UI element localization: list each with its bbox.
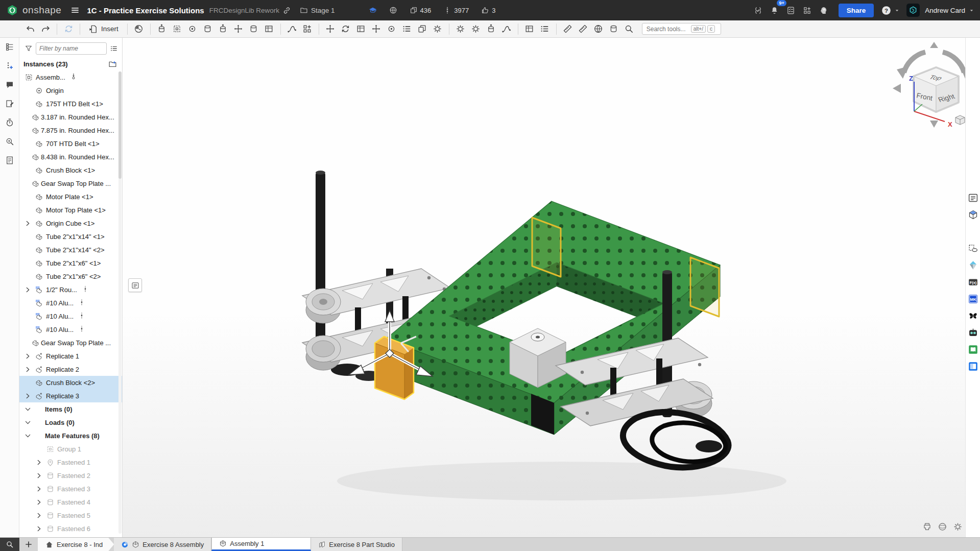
rotate-left-arrow[interactable] — [904, 52, 925, 73]
tree-row[interactable]: 1/2" Rou... — [19, 283, 122, 296]
tree-row[interactable]: Replicate 2 — [19, 363, 122, 376]
ai-assistant-button[interactable] — [816, 3, 831, 17]
search-document-button[interactable] — [3, 135, 16, 148]
appearance-button[interactable] — [430, 22, 445, 36]
tree-row[interactable]: #10 Alu... — [19, 296, 122, 309]
tree-row[interactable]: Motor Top Plate <1> — [19, 203, 122, 217]
explode-button[interactable] — [369, 22, 384, 36]
search-tools-input[interactable] — [647, 26, 689, 33]
panel-scrollbar-thumb[interactable] — [118, 71, 122, 179]
pattern-button[interactable] — [300, 22, 315, 36]
extension-green-book-button[interactable] — [967, 344, 978, 355]
tree-row[interactable]: Origin Cube <1> — [19, 217, 122, 230]
tree-row[interactable]: Tube 2"x1"x14" <1> — [19, 230, 122, 243]
extension-blue-book-button[interactable] — [967, 361, 978, 372]
versions-history-button[interactable] — [131, 22, 147, 36]
settings-gear-icon[interactable] — [953, 522, 963, 532]
extension-butterfly-button[interactable] — [967, 310, 978, 321]
screw-relation-button[interactable] — [484, 22, 499, 36]
tree-row[interactable]: Tube 2"x1"x14" <2> — [19, 243, 122, 256]
tree-row[interactable]: Replicate 1 — [19, 349, 122, 363]
mate-connector-marker[interactable] — [531, 333, 544, 341]
measure-button[interactable] — [576, 22, 591, 36]
feature-script-button[interactable] — [751, 3, 766, 17]
tree-row[interactable]: Origin — [19, 84, 122, 97]
mate-button[interactable] — [154, 22, 170, 36]
properties-button[interactable] — [3, 154, 16, 166]
expand-chevron[interactable] — [36, 511, 46, 519]
tab-assembly-1[interactable]: Assembly 1 — [211, 538, 311, 551]
main-menu-button[interactable] — [66, 3, 84, 18]
expand-chevron[interactable] — [25, 405, 35, 413]
print-icon[interactable] — [922, 522, 932, 532]
revolute-mate-button[interactable] — [216, 22, 231, 36]
sidebar-assembly-button[interactable] — [967, 209, 978, 220]
extension-fx-button[interactable] — [967, 276, 978, 288]
tree-row[interactable]: Gear Swap Top Plate ... — [19, 177, 122, 190]
tab-exercise-8-part-studio[interactable]: Exercise 8 Part Studio — [311, 538, 402, 551]
expand-chevron[interactable] — [25, 219, 35, 227]
section-view-button[interactable] — [560, 22, 576, 36]
filter-input[interactable] — [36, 42, 107, 55]
tree-row[interactable]: Mate Features (8) — [19, 429, 122, 442]
expand-chevron[interactable] — [25, 365, 35, 373]
notifications-button[interactable]: 9+ — [767, 3, 782, 17]
tree-row[interactable]: 8.438 in. Rounded Hex... — [19, 150, 122, 163]
named-positions-button[interactable] — [399, 22, 415, 36]
search-tools[interactable]: alt+/ c — [642, 23, 721, 35]
expand-chevron[interactable] — [25, 392, 35, 400]
tree-row[interactable]: Fastened 3 — [19, 482, 122, 495]
belt-relation-button[interactable] — [499, 22, 514, 36]
interference-button[interactable] — [606, 22, 622, 36]
tree-row[interactable]: Fastened 2 — [19, 469, 122, 482]
help-menu[interactable] — [881, 5, 900, 16]
arrow-left[interactable] — [893, 84, 901, 93]
tree-row[interactable]: 70T HTD Belt <1> — [19, 137, 122, 150]
crush-block-selected[interactable] — [375, 337, 414, 399]
highlighted-face-right[interactable] — [690, 257, 719, 317]
share-button[interactable]: Share — [839, 4, 874, 17]
tree-row[interactable]: Crush Block <1> — [19, 163, 122, 177]
expand-chevron[interactable] — [36, 524, 46, 533]
tree-row[interactable]: Assemb... — [19, 70, 122, 84]
tree-row[interactable]: Fastened 1 — [19, 456, 122, 469]
render-sphere-icon[interactable] — [938, 522, 947, 532]
expand-chevron[interactable] — [25, 285, 35, 294]
extension-diamond-button[interactable] — [967, 259, 978, 271]
document-outline-button[interactable] — [3, 41, 16, 53]
tree-row[interactable]: Group 1 — [19, 442, 122, 456]
graphics-viewport[interactable] — [123, 38, 965, 537]
structure-button[interactable] — [537, 22, 553, 36]
redo-button[interactable] — [38, 22, 53, 36]
tree-row[interactable]: #10 Alu... — [19, 323, 122, 336]
tree-row[interactable]: Loads (0) — [19, 416, 122, 429]
tree-row[interactable]: 175T HTD Belt <1> — [19, 97, 122, 110]
circular-pattern-button[interactable] — [338, 22, 353, 36]
expand-chevron[interactable] — [25, 432, 35, 440]
mirror-button[interactable] — [353, 22, 369, 36]
extension-mk-button[interactable] — [967, 293, 978, 304]
tree-row[interactable]: Crush Block <2> — [19, 376, 122, 389]
tree-row[interactable]: Fastened 4 — [19, 495, 122, 509]
rotate-right-arrow[interactable] — [943, 52, 964, 73]
expand-chevron[interactable] — [25, 418, 35, 426]
gear-relation-button[interactable] — [453, 22, 468, 36]
tree-row[interactable]: Fastened 6 — [19, 522, 122, 535]
mate-connector-button[interactable] — [185, 22, 200, 36]
ball-mate-button[interactable] — [246, 22, 261, 36]
update-linked-button[interactable] — [61, 22, 76, 36]
public-badge[interactable] — [384, 6, 402, 14]
tab-search-button[interactable] — [0, 538, 19, 551]
extension-robot-button[interactable] — [967, 327, 978, 338]
planar-mate-button[interactable] — [261, 22, 277, 36]
highlighted-face-top[interactable] — [532, 218, 561, 277]
expand-chevron[interactable] — [36, 471, 46, 480]
tab-exercise-8-ind[interactable]: Exercise 8 - Ind — [38, 538, 114, 551]
views-stat[interactable]: 3977 — [438, 6, 474, 14]
replicate-button[interactable] — [284, 22, 300, 36]
folder-plus-icon[interactable] — [108, 60, 117, 68]
insert-button[interactable]: Insert — [84, 22, 124, 36]
tree-row[interactable]: #10 Alu... — [19, 309, 122, 323]
mass-properties-button[interactable] — [591, 22, 606, 36]
linear-pattern-button[interactable] — [323, 22, 338, 36]
